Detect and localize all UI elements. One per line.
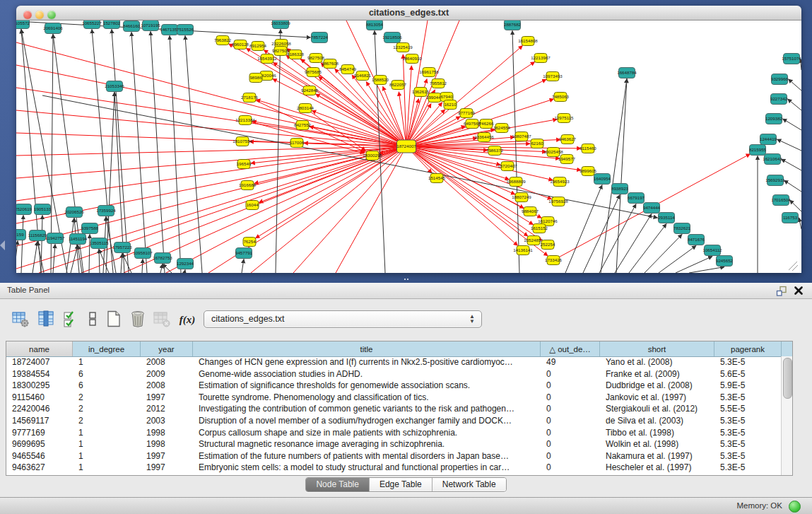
graph-node[interactable]: 8813054 xyxy=(366,21,384,30)
graph-node[interactable]: 196549 xyxy=(237,160,252,169)
graph-node[interactable]: 8186328 xyxy=(287,50,305,59)
graph-edge[interactable] xyxy=(689,267,724,274)
graph-edge[interactable] xyxy=(406,66,411,146)
graph-node[interactable]: 8938923 xyxy=(611,184,629,194)
graph-node[interactable]: 9474444 xyxy=(643,203,661,214)
function-builder-button[interactable]: f(x) xyxy=(175,310,199,329)
graph-edge[interactable] xyxy=(615,214,652,274)
close-icon[interactable] xyxy=(794,286,804,296)
graph-node[interactable]: 1514545 xyxy=(428,174,446,183)
graph-edge[interactable] xyxy=(185,36,202,274)
graph-node[interactable]: 62160 xyxy=(531,139,543,148)
graph-node[interactable]: 1615152 xyxy=(531,224,548,233)
graph-edge[interactable] xyxy=(33,242,37,274)
table-settings-button[interactable] xyxy=(11,310,30,329)
graph-edge[interactable] xyxy=(676,257,712,274)
graph-node[interactable]: 9875685 xyxy=(305,68,322,77)
splitter-grip[interactable] xyxy=(404,278,410,281)
graph-node[interactable]: 10719195 xyxy=(141,21,160,31)
graph-edge[interactable] xyxy=(366,81,406,146)
graph-node[interactable]: 8427552 xyxy=(294,121,312,130)
graph-node[interactable]: 12325419 xyxy=(393,43,413,52)
graph-edge[interactable] xyxy=(170,36,181,274)
graph-node[interactable]: 2105572 xyxy=(16,21,30,29)
graph-node[interactable]: 10688809 xyxy=(506,177,526,187)
graph-edge[interactable] xyxy=(163,264,172,274)
graph-node[interactable]: 7515526 xyxy=(177,25,194,35)
graph-edge[interactable] xyxy=(645,235,682,274)
graph-edge[interactable] xyxy=(789,79,802,90)
panel-toggle-button[interactable] xyxy=(83,310,102,329)
graph-edge[interactable] xyxy=(790,200,802,211)
graph-edge[interactable] xyxy=(184,270,185,274)
graph-edge[interactable] xyxy=(259,146,406,202)
new-file-button[interactable] xyxy=(105,310,123,329)
column-header-year[interactable]: year xyxy=(141,341,193,356)
delete-trash-button[interactable] xyxy=(129,310,147,329)
memory-ok-indicator-icon[interactable] xyxy=(789,501,801,513)
graph-node[interactable]: 7485063 xyxy=(552,93,570,102)
column-edit-button[interactable] xyxy=(37,310,55,329)
graph-node[interactable]: 8215955 xyxy=(749,145,767,156)
graph-node[interactable]: 2520619 xyxy=(16,204,33,215)
graph-node[interactable]: 7832621 xyxy=(673,223,691,234)
table-row[interactable]: 969969511998Structural magnetic resonanc… xyxy=(6,438,782,450)
graph-edge[interactable] xyxy=(74,218,79,274)
graph-edge[interactable] xyxy=(788,99,802,110)
graph-edge[interactable] xyxy=(659,246,696,274)
graph-node[interactable]: 9245652 xyxy=(716,256,734,267)
graph-node[interactable]: 9463627 xyxy=(559,135,577,144)
resize-grip-icon[interactable] xyxy=(789,262,798,271)
graph-node[interactable]: 2887682 xyxy=(504,21,522,30)
table-row[interactable]: 1938455462009Genome-wide association stu… xyxy=(6,368,782,380)
graph-node[interactable]: 2803144 xyxy=(297,104,314,113)
table-row[interactable]: 911546021997Tourette syndrome. Phenomeno… xyxy=(6,392,782,404)
graph-node[interactable]: 7955812 xyxy=(430,79,447,88)
graph-node[interactable]: 1588520 xyxy=(372,76,389,85)
vertical-scrollbar[interactable] xyxy=(781,356,792,475)
graph-node[interactable]: 11451194 xyxy=(69,234,88,245)
graph-node[interactable]: 15692931 xyxy=(765,175,785,186)
graph-edge[interactable] xyxy=(242,259,244,274)
graph-edge[interactable] xyxy=(16,42,406,146)
graph-node[interactable]: 7986372 xyxy=(486,146,504,156)
graph-node[interactable]: 12213967 xyxy=(531,54,551,63)
row-select-button[interactable] xyxy=(62,310,81,329)
graph-node[interactable]: 1244419 xyxy=(760,134,777,145)
network-window-titlebar[interactable]: citations_edges.txt xyxy=(16,6,801,21)
graph-node[interactable]: 9457791 xyxy=(235,248,253,259)
table-row[interactable]: 1456911722003Disruption of a novel membe… xyxy=(6,415,782,427)
table-row[interactable]: 2242004622012Investigating the contribut… xyxy=(6,403,782,415)
graph-node[interactable]: 9397588 xyxy=(81,223,99,234)
graph-node[interactable]: 9115460 xyxy=(579,144,596,153)
graph-node[interactable]: 11942757 xyxy=(45,233,65,244)
graph-edge[interactable] xyxy=(629,224,666,274)
graph-node[interactable]: 2718176 xyxy=(241,93,259,103)
graph-edge[interactable] xyxy=(166,146,406,273)
graph-node[interactable]: 1949577 xyxy=(558,155,576,164)
graph-node[interactable]: 8471676 xyxy=(688,235,705,245)
graph-node[interactable]: 17359924 xyxy=(96,206,116,216)
graph-node[interactable]: 117006 xyxy=(290,139,305,148)
tab-node-table[interactable]: Node Table xyxy=(306,478,370,491)
graph-node[interactable]: 19756928 xyxy=(548,197,568,206)
graph-node[interactable]: 116753 xyxy=(782,213,799,223)
graph-edge[interactable] xyxy=(121,254,122,274)
graph-edge[interactable] xyxy=(53,245,55,274)
graph-edge[interactable] xyxy=(565,185,602,274)
graph-node[interactable]: 16154808 xyxy=(518,37,538,46)
graph-edge[interactable] xyxy=(160,264,163,274)
graph-edge[interactable] xyxy=(99,250,100,274)
graph-node[interactable]: 9884067 xyxy=(522,207,539,216)
graph-edge[interactable] xyxy=(406,146,528,236)
table-selector-dropdown[interactable]: citations_edges.txt ▲▼ xyxy=(204,310,482,328)
graph-node[interactable]: 10958107 xyxy=(133,248,153,259)
graph-node[interactable]: 13505115 xyxy=(89,238,109,249)
graph-node[interactable]: 12975115 xyxy=(554,114,574,123)
graph-edge[interactable] xyxy=(142,259,143,274)
tab-network-table[interactable]: Network Table xyxy=(433,478,506,491)
graph-node[interactable]: 9899605 xyxy=(579,167,597,176)
graph-edge[interactable] xyxy=(599,204,636,274)
graph-node[interactable]: 16210 xyxy=(444,100,457,110)
graph-node[interactable]: 17016504 xyxy=(771,195,791,206)
